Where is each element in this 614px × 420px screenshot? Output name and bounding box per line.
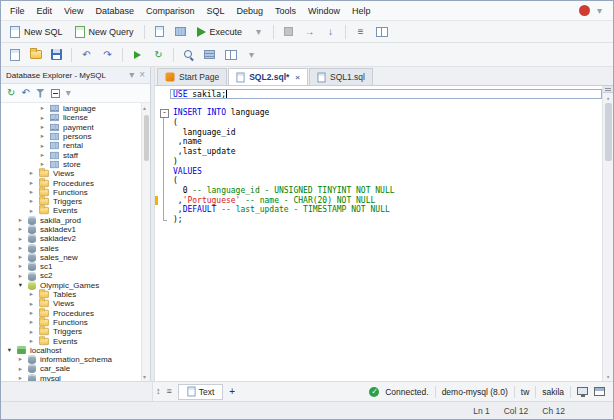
- format-sql-button[interactable]: [351, 23, 370, 41]
- expand-icon[interactable]: [39, 133, 46, 140]
- expand-icon[interactable]: [17, 273, 24, 280]
- tree-item-language[interactable]: language: [1, 104, 150, 113]
- code-line-2[interactable]: [155, 99, 602, 109]
- menu-database[interactable]: Database: [89, 4, 140, 18]
- panel-menu-icon[interactable]: [129, 70, 134, 80]
- tree-item-sakila_prod[interactable]: sakila_prod: [1, 216, 150, 225]
- expand-icon[interactable]: [39, 143, 46, 150]
- text-view-tab[interactable]: Text: [178, 384, 224, 400]
- collapse-icon[interactable]: [6, 347, 13, 354]
- step-into-button[interactable]: [321, 23, 340, 41]
- menu-help[interactable]: Help: [346, 4, 377, 18]
- expand-icon[interactable]: [17, 226, 24, 233]
- refresh-button[interactable]: [149, 46, 168, 64]
- navigate-views-icon[interactable]: [156, 387, 161, 396]
- expand-icon[interactable]: [28, 189, 35, 196]
- collapse-all-icon[interactable]: [51, 89, 60, 98]
- expand-icon[interactable]: [17, 356, 24, 363]
- results-grid-button[interactable]: [171, 23, 190, 41]
- chevron-down-icon[interactable]: [597, 6, 602, 16]
- tree-item-mysql[interactable]: mysql: [1, 374, 150, 381]
- sync-icon[interactable]: [21, 88, 29, 98]
- code-line-12[interactable]: ,'Portuguese' -- name - CHAR(20) NOT NUL…: [155, 196, 602, 206]
- sql-editor[interactable]: USE sakila;INSERT INTO language( languag…: [155, 86, 613, 381]
- step-over-button[interactable]: [300, 23, 319, 41]
- expand-icon[interactable]: [28, 301, 35, 308]
- expand-icon[interactable]: [28, 180, 35, 187]
- tree-item-sc2[interactable]: sc2: [1, 271, 150, 280]
- tree-item-staff[interactable]: staff: [1, 150, 150, 159]
- layout-panel-icon[interactable]: [594, 387, 605, 396]
- tree-item-procedures[interactable]: Procedures: [1, 178, 150, 187]
- tree-item-sc1[interactable]: sc1: [1, 262, 150, 271]
- layout-button[interactable]: [221, 46, 240, 64]
- menu-file[interactable]: File: [4, 4, 31, 18]
- expand-icon[interactable]: [17, 375, 24, 381]
- code-line-4[interactable]: (: [155, 118, 602, 128]
- tree-item-triggers[interactable]: Triggers: [1, 197, 150, 206]
- code-line-14[interactable]: );: [155, 215, 602, 225]
- close-panel-icon[interactable]: [139, 70, 145, 80]
- document-outline-icon[interactable]: [167, 387, 172, 396]
- expand-icon[interactable]: [39, 161, 46, 168]
- expand-icon[interactable]: [28, 310, 35, 317]
- search-button[interactable]: [179, 46, 198, 64]
- code-line-5[interactable]: language_id: [155, 128, 602, 138]
- new-document-button[interactable]: [5, 46, 24, 64]
- expand-icon[interactable]: [17, 263, 24, 270]
- tab-start-page[interactable]: Start Page: [157, 68, 227, 85]
- code-line-8[interactable]: ): [155, 157, 602, 167]
- notification-icon[interactable]: [579, 5, 590, 16]
- fold-collapse-icon[interactable]: [158, 108, 170, 118]
- menu-window[interactable]: Window: [302, 4, 346, 18]
- expand-icon[interactable]: [17, 254, 24, 261]
- query-builder-button[interactable]: [372, 23, 391, 41]
- tree-item-payment[interactable]: payment: [1, 123, 150, 132]
- new-sql-button[interactable]: New SQL: [5, 24, 68, 40]
- more-options-button[interactable]: [242, 46, 261, 64]
- tree-item-olympic_games[interactable]: Olympic_Games: [1, 281, 150, 290]
- code-line-11[interactable]: 0 -- language_id - UNSIGNED TINYINT NOT …: [155, 186, 602, 196]
- expand-icon[interactable]: [17, 217, 24, 224]
- editor-scrollbar[interactable]: [602, 86, 613, 381]
- monitor-icon[interactable]: [577, 387, 588, 395]
- scrollbar-thumb[interactable]: [605, 103, 612, 161]
- user-name-label[interactable]: tw: [521, 387, 530, 397]
- tree-item-localhost[interactable]: localhost: [1, 346, 150, 355]
- expand-icon[interactable]: [28, 319, 35, 326]
- sql-document-button[interactable]: [150, 23, 169, 41]
- tree-item-functions[interactable]: Functions: [1, 318, 150, 327]
- new-table-button[interactable]: [200, 46, 219, 64]
- code-line-1[interactable]: USE sakila;: [155, 89, 602, 99]
- tree-item-sakladev1[interactable]: sakladev1: [1, 225, 150, 234]
- tree-item-rental[interactable]: rental: [1, 141, 150, 150]
- tab-sql2-sql-[interactable]: SQL2.sql*: [228, 68, 308, 85]
- tree-item-sales[interactable]: sales: [1, 243, 150, 252]
- save-button[interactable]: [47, 46, 66, 64]
- tree-item-events[interactable]: Events: [1, 206, 150, 215]
- server-name-label[interactable]: demo-mysql (8.0): [442, 387, 508, 397]
- execute-options-button[interactable]: [249, 23, 268, 41]
- expand-icon[interactable]: [17, 236, 24, 243]
- code-line-3[interactable]: INSERT INTO language: [155, 108, 602, 118]
- tab-sql1-sql[interactable]: SQL1.sql: [309, 68, 373, 85]
- tree-item-events[interactable]: Events: [1, 336, 150, 345]
- code-line-7[interactable]: ,last_update: [155, 147, 602, 157]
- expand-icon[interactable]: [28, 338, 35, 345]
- tree-item-car_sale[interactable]: car_sale: [1, 364, 150, 373]
- expand-icon[interactable]: [28, 208, 35, 215]
- tree-item-store[interactable]: store: [1, 160, 150, 169]
- tree-item-views[interactable]: Views: [1, 169, 150, 178]
- menu-comparison[interactable]: Comparison: [140, 4, 201, 18]
- expand-icon[interactable]: [17, 245, 24, 252]
- refresh-connection-icon[interactable]: [7, 88, 15, 98]
- scrollbar-thumb[interactable]: [144, 115, 149, 161]
- scroll-up-icon[interactable]: [143, 104, 146, 111]
- expand-icon[interactable]: [28, 198, 35, 205]
- code-line-9[interactable]: VALUES: [155, 167, 602, 177]
- tree-item-sales_new[interactable]: sales_new: [1, 253, 150, 262]
- expand-icon[interactable]: [39, 152, 46, 159]
- close-tab-icon[interactable]: [295, 73, 300, 82]
- expand-icon[interactable]: [28, 291, 35, 298]
- database-name-label[interactable]: sakila: [542, 387, 564, 397]
